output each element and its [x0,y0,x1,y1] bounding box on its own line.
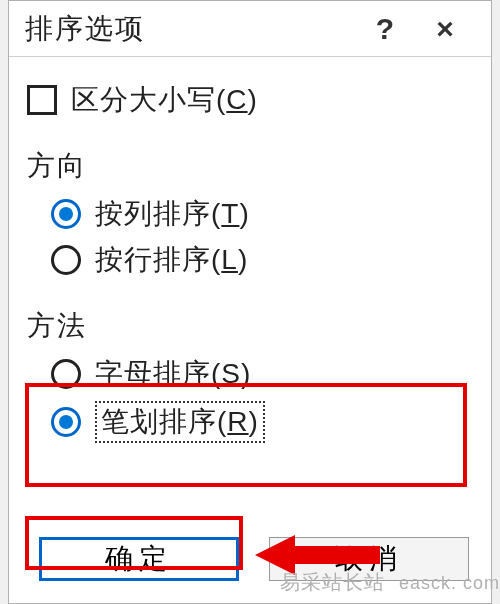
stroke-sort-label: 笔划排序(R) [95,401,265,443]
dialog-content: 区分大小写(C) 方向 按列排序(T) 按行排序(L) 方法 字母排序(S) 笔… [9,57,491,443]
watermark-cn: 易采站长站 [280,571,385,593]
alpha-sort-radio[interactable]: 字母排序(S) [51,355,473,393]
direction-section-title: 方向 [27,147,473,185]
stroke-sort-radio[interactable]: 笔划排序(R) [51,401,473,443]
case-sensitive-row[interactable]: 区分大小写(C) [27,81,473,119]
sort-by-column-label: 按列排序(T) [95,195,250,233]
dialog-title: 排序选项 [25,10,355,48]
sort-by-column-radio[interactable]: 按列排序(T) [51,195,473,233]
radio-icon [51,245,81,275]
method-section-title: 方法 [27,307,473,345]
case-sensitive-label: 区分大小写(C) [71,81,258,119]
radio-icon [51,359,81,389]
help-button[interactable]: ? [355,12,415,46]
titlebar: 排序选项 ? × [9,1,491,57]
radio-icon [51,199,81,229]
sort-options-dialog: 排序选项 ? × 区分大小写(C) 方向 按列排序(T) 按行排序(L) 方法 … [8,0,492,604]
close-button[interactable]: × [415,12,475,46]
case-sensitive-checkbox[interactable] [27,85,57,115]
sort-by-row-label: 按行排序(L) [95,241,248,279]
radio-icon [51,407,81,437]
watermark-en: easck. com [399,573,500,593]
ok-button[interactable]: 确定 [39,537,239,581]
alpha-sort-label: 字母排序(S) [95,355,251,393]
watermark: 易采站长站 easck. com [280,569,500,596]
sort-by-row-radio[interactable]: 按行排序(L) [51,241,473,279]
